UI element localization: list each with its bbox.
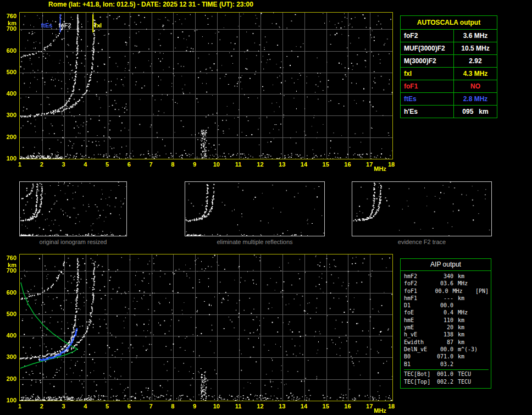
aip-unit: km	[453, 273, 482, 280]
aip-unit: MHz	[453, 309, 482, 316]
autoscala-param-value: NO	[454, 80, 497, 93]
profile-x-tick: 3	[58, 403, 69, 410]
aip-note	[482, 324, 489, 331]
aip-row-DelN_vE: DelN_vE00.0m^(-3)	[404, 346, 489, 353]
main-y-tick: 200	[2, 134, 16, 140]
aip-note	[482, 378, 489, 385]
aip-name: h_vE	[404, 331, 434, 338]
autoscala-param-value: 095 km	[454, 106, 497, 118]
profile-x-tick: 13	[276, 403, 287, 410]
profile-x-tick: 16	[342, 403, 353, 410]
aip-name: TEC[Top]	[404, 378, 434, 385]
aip-unit: TECU	[453, 378, 482, 385]
aip-val: 0.4	[434, 309, 453, 316]
profile-y-tick: 200	[2, 375, 16, 382]
main-x-tick: 5	[102, 161, 113, 168]
autoscala-param-value: 3.6 MHz	[454, 30, 497, 42]
main-x-tick: 4	[80, 161, 91, 168]
aip-name: foF2	[404, 280, 434, 287]
autoscala-param-label: fxI	[401, 68, 454, 80]
autoscala-row-M(3000)F2: M(3000)F22.92	[401, 55, 497, 68]
aip-row-B0: B0071.0km	[404, 353, 489, 360]
profile-x-axis-unit: MHz	[374, 407, 386, 414]
aip-val: 110	[434, 317, 453, 324]
aip-val: 001.0	[434, 370, 453, 378]
aip-name: foF1	[404, 287, 430, 295]
autoscala-param-label: foF1	[401, 80, 454, 93]
aip-note	[482, 309, 489, 316]
aip-val: 20	[434, 324, 453, 331]
autoscala-screen: Rome (lat: +41.8, lon: 012.5) - DATE: 20…	[0, 0, 532, 415]
aip-row-hmF2: hmF2340km	[404, 273, 489, 280]
autoscala-title-row: AUTOSCALA output	[401, 16, 497, 30]
aip-unit	[453, 302, 482, 309]
thumbnail-canvas-evidence	[352, 182, 491, 236]
autoscala-row-MUF(3000)F2: MUF(3000)F210.5 MHz	[401, 42, 497, 55]
autoscala-param-value: 2.8 MHz	[454, 93, 497, 106]
main-y-tick: 300	[2, 112, 16, 118]
aip-row-ymE: ymE20km	[404, 324, 489, 331]
aip-name: foE	[404, 309, 434, 316]
autoscala-row-foF2: foF23.6 MHz	[401, 30, 497, 42]
aip-val: 340	[434, 273, 453, 280]
aip-val: 002.2	[434, 378, 453, 385]
aip-row-foF1: foF100.0MHz[PN]	[404, 287, 489, 295]
aip-name: hmE	[404, 317, 434, 324]
main-y-tick: 760	[2, 13, 16, 19]
aip-val: 87	[434, 339, 453, 346]
aip-val: 00.0	[434, 346, 453, 353]
main-y-tick: 400	[2, 90, 16, 97]
autoscala-output-table: AUTOSCALA output foF23.6 MHzMUF(3000)F21…	[400, 15, 497, 118]
profile-y-tick: 600	[2, 289, 16, 296]
aip-name: TEC[Bot]	[404, 370, 434, 378]
thumbnail-caption-original: original ionogram resized	[19, 239, 127, 245]
main-x-tick: 14	[298, 161, 309, 168]
aip-val: ---	[434, 295, 453, 302]
profile-y-tick: 700	[2, 267, 16, 274]
aip-row-hmF1: hmF1---km	[404, 295, 489, 302]
aip-unit: MHz	[453, 280, 482, 287]
profile-y-tick: 500	[2, 311, 16, 317]
marker-label-ftEs: ftEs	[41, 22, 53, 29]
aip-note	[482, 346, 489, 353]
aip-name: ymE	[404, 324, 434, 331]
ionogram-canvas-profile	[20, 254, 392, 401]
profile-x-tick: 8	[167, 403, 178, 410]
autoscala-param-value: 4.3 MHz	[454, 68, 497, 80]
ionogram-panel-profile	[19, 254, 393, 401]
aip-note: [PN]	[474, 287, 489, 295]
profile-x-tick: 10	[211, 403, 222, 410]
main-x-tick: 8	[167, 161, 178, 168]
aip-name: hmF1	[404, 295, 434, 302]
profile-x-tick: 9	[189, 403, 200, 410]
profile-x-tick: 15	[320, 403, 331, 410]
autoscala-param-label: ftEs	[401, 93, 454, 106]
thumbnail-canvas-original	[20, 182, 126, 236]
aip-note	[482, 302, 489, 309]
main-x-tick: 6	[124, 161, 135, 168]
main-x-tick: 15	[320, 161, 331, 168]
aip-row-hmE: hmE110km	[404, 317, 489, 324]
profile-x-tick: 1	[14, 403, 25, 410]
autoscala-param-label: h'Es	[401, 106, 454, 118]
aip-name: hmF2	[404, 273, 434, 280]
autoscala-param-label: M(3000)F2	[401, 55, 454, 68]
aip-table-rows: hmF2340kmfoF203.6MHzfoF100.0MHz[PN]hmF1-…	[401, 271, 491, 388]
aip-name: B0	[404, 353, 434, 360]
aip-name: D1	[404, 302, 434, 309]
marker-label-foF2: foF2	[58, 22, 71, 29]
aip-note	[482, 273, 489, 280]
profile-x-tick: 11	[233, 403, 244, 410]
profile-x-tick: 4	[80, 403, 91, 410]
thumbnail-caption-evidence: evidence F2 trace	[352, 239, 492, 245]
ionogram-panel-main	[19, 12, 393, 159]
thumbnail-caption-eliminate: eliminate multiple reflections	[185, 239, 325, 245]
aip-note	[482, 317, 489, 324]
main-x-tick: 10	[211, 161, 222, 168]
autoscala-param-value: 10.5 MHz	[454, 42, 497, 55]
main-x-tick: 2	[36, 161, 47, 168]
autoscala-param-label: MUF(3000)F2	[401, 42, 454, 55]
profile-y-tick: 300	[2, 353, 16, 360]
aip-unit: km	[453, 331, 482, 338]
aip-row-foE: foE0.4MHz	[404, 309, 489, 316]
